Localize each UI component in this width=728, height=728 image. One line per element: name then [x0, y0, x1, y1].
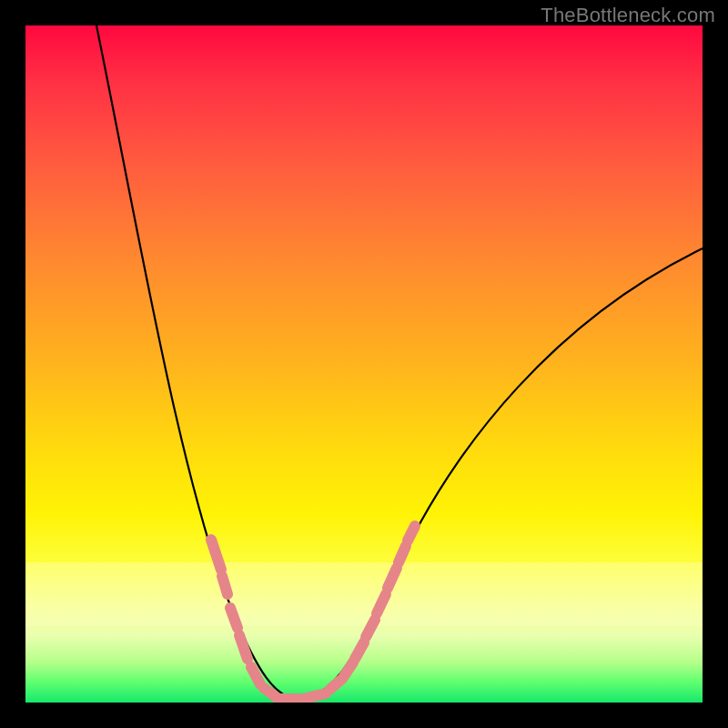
- marker-seg: [303, 693, 326, 699]
- marker-seg: [222, 576, 228, 594]
- marker-seg: [344, 662, 353, 676]
- marker-seg: [230, 608, 238, 628]
- watermark-text: TheBottleneck.com: [541, 4, 715, 27]
- pale-band: [25, 562, 703, 626]
- bottom-markers: [278, 679, 342, 699]
- marker-seg: [329, 679, 342, 690]
- marker-seg: [355, 642, 364, 659]
- chart-frame: TheBottleneck.com: [0, 0, 728, 728]
- marker-seg: [399, 546, 406, 562]
- plot-area: [25, 25, 703, 703]
- curve-svg: [25, 25, 703, 703]
- marker-seg: [251, 667, 260, 684]
- marker-seg: [408, 526, 415, 541]
- marker-seg: [239, 635, 248, 659]
